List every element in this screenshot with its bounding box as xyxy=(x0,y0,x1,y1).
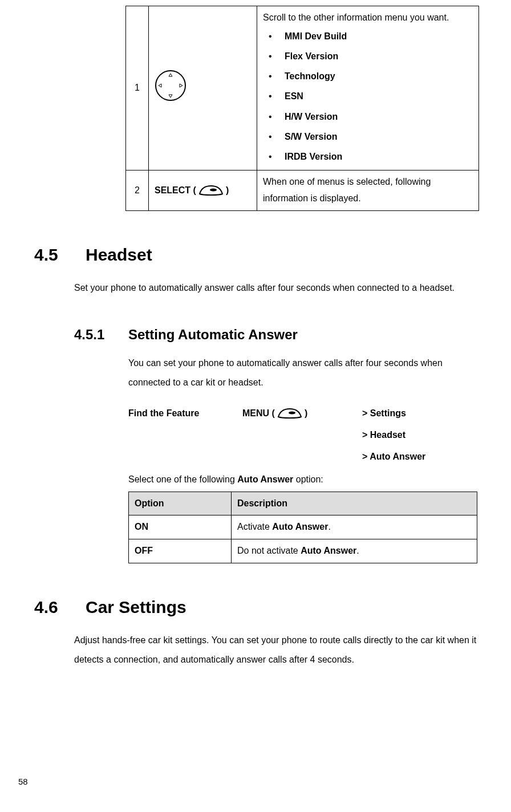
step-description: When one of menus is selected, following… xyxy=(257,170,479,211)
option-on-description: Activate Auto Answer. xyxy=(232,515,477,539)
section-heading-headset: 4.5Headset xyxy=(34,239,477,270)
scroll-text: Scroll to the other information menu you… xyxy=(263,10,473,26)
section-number: 4.5 xyxy=(34,239,86,270)
option-off-description: Do not activate Auto Answer. xyxy=(232,539,477,563)
option-on: ON xyxy=(129,515,232,539)
info-menu-list: MMI Dev Build Flex Version Technology ES… xyxy=(263,26,473,167)
text: Do not activate xyxy=(237,546,301,555)
section-heading-car-settings: 4.6Car Settings xyxy=(34,592,477,623)
select-button-cell: SELECT ( ) xyxy=(149,170,257,211)
step-number: 2 xyxy=(126,170,149,211)
bold-text: Auto Answer xyxy=(272,522,328,531)
text: Activate xyxy=(237,522,272,531)
softkey-icon xyxy=(277,408,302,419)
nav-path-auto-answer: > Auto Answer xyxy=(362,446,425,468)
list-item: S/W Version xyxy=(285,127,473,147)
subsection-heading-auto-answer: 4.5.1Setting Automatic Answer xyxy=(74,322,477,347)
svg-marker-3 xyxy=(159,84,161,87)
svg-marker-4 xyxy=(180,84,182,87)
softkey-icon xyxy=(198,185,224,196)
column-header-option: Option xyxy=(129,492,232,515)
steps-table: 1 Scroll to the other information menu y… xyxy=(125,6,479,211)
table-row: ON Activate Auto Answer. xyxy=(129,515,477,539)
list-item: H/W Version xyxy=(285,107,473,127)
section-body: Adjust hands-free car kit settings. You … xyxy=(74,631,477,669)
step-description: Scroll to the other information menu you… xyxy=(257,6,479,170)
nav-path-settings: > Settings xyxy=(362,403,477,424)
page-number: 58 xyxy=(18,774,28,789)
menu-button-label: MENU ( ) xyxy=(242,403,362,424)
nav-icon-cell xyxy=(149,6,257,170)
list-item: IRDB Version xyxy=(285,147,473,167)
select-instruction: Select one of the following Auto Answer … xyxy=(128,472,477,488)
text: Select one of the following xyxy=(128,474,237,484)
list-item: Technology xyxy=(285,66,473,86)
section-title: Headset xyxy=(86,245,152,264)
directional-pad-icon xyxy=(155,70,186,102)
step-number: 1 xyxy=(126,6,149,170)
text: . xyxy=(356,546,359,555)
select-label-close: ) xyxy=(226,182,229,199)
menu-close: ) xyxy=(305,403,307,424)
subsection-title: Setting Automatic Answer xyxy=(128,327,298,342)
svg-marker-2 xyxy=(169,95,172,98)
feature-navigation: Find the Feature MENU ( ) > Settings > H… xyxy=(128,403,477,468)
subsection-body: You can set your phone to automatically … xyxy=(128,354,477,392)
section-number: 4.6 xyxy=(34,592,86,623)
options-table: Option Description ON Activate Auto Answ… xyxy=(128,492,477,563)
bold-text: Auto Answer xyxy=(237,474,293,484)
bold-text: Auto Answer xyxy=(301,546,356,555)
section-body: Set your phone to automatically answer c… xyxy=(74,278,477,298)
table-row: OFF Do not activate Auto Answer. xyxy=(129,539,477,563)
text: option: xyxy=(293,474,323,484)
section-title: Car Settings xyxy=(86,598,186,616)
svg-point-0 xyxy=(156,71,185,100)
list-item: Flex Version xyxy=(285,46,473,66)
option-off: OFF xyxy=(129,539,232,563)
svg-point-6 xyxy=(289,411,295,414)
svg-point-5 xyxy=(210,188,217,191)
svg-marker-1 xyxy=(169,74,172,76)
text: . xyxy=(328,522,330,531)
menu-text: MENU ( xyxy=(242,403,275,424)
find-feature-label: Find the Feature xyxy=(128,403,242,424)
column-header-description: Description xyxy=(232,492,477,515)
list-item: MMI Dev Build xyxy=(285,26,473,46)
select-label-text: SELECT ( xyxy=(155,182,196,199)
nav-path-headset: > Headset xyxy=(362,424,405,446)
list-item: ESN xyxy=(285,86,473,106)
subsection-number: 4.5.1 xyxy=(74,322,128,347)
